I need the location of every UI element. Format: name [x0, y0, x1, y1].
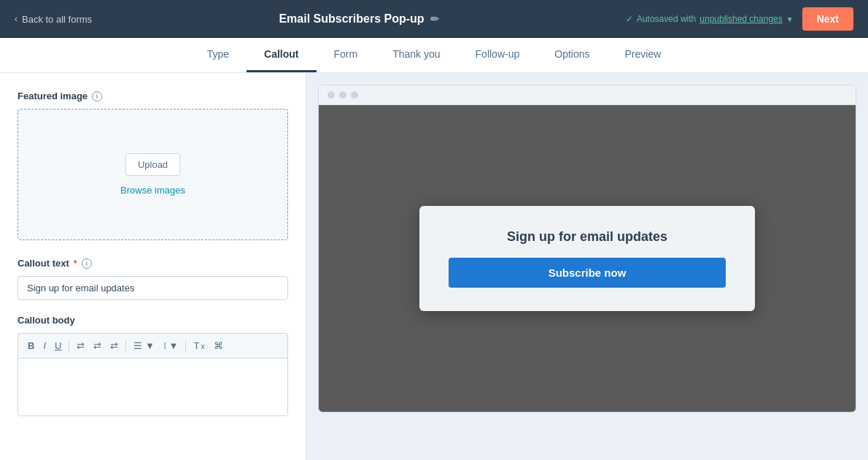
next-button[interactable]: Next: [802, 7, 853, 31]
align-right-button[interactable]: ⇄: [106, 338, 122, 353]
form-title: Email Subscribers Pop-up: [279, 12, 424, 26]
italic-button[interactable]: I: [39, 338, 50, 353]
callout-body-section: Callout body B I U ⇄ ⇄ ⇄ ☰ ▼ ⁞ ▼ Tx ⌘: [18, 315, 288, 416]
underline-button[interactable]: U: [51, 338, 65, 353]
header-right: ✓ Autosaved with unpublished changes ▼ N…: [626, 7, 853, 31]
featured-image-label: Featured image i: [18, 91, 288, 101]
tab-callout[interactable]: Callout: [247, 38, 316, 72]
tab-thank-you[interactable]: Thank you: [375, 38, 457, 72]
bold-button[interactable]: B: [24, 338, 38, 353]
tab-follow-up[interactable]: Follow-up: [458, 38, 538, 72]
browse-images-link[interactable]: Browse images: [120, 185, 185, 196]
subscribe-button[interactable]: Subscribe now: [449, 258, 726, 288]
toolbar-divider-2: [125, 340, 126, 352]
autosaved-status: ✓ Autosaved with unpublished changes ▼: [626, 14, 794, 24]
image-upload-area[interactable]: Upload Browse images: [18, 109, 288, 240]
header: ‹ Back to all forms Email Subscribers Po…: [0, 0, 868, 38]
unpublished-changes-link[interactable]: unpublished changes: [700, 14, 782, 24]
featured-image-info-icon[interactable]: i: [92, 91, 102, 101]
indent-button[interactable]: ⁞ ▼: [160, 338, 182, 353]
popup-title: Sign up for email updates: [507, 229, 667, 245]
tab-type[interactable]: Type: [190, 38, 247, 72]
browser-mock: Sign up for email updates Subscribe now: [318, 85, 856, 413]
callout-text-section: Callout text * i: [18, 258, 288, 300]
list-button[interactable]: ☰ ▼: [130, 338, 158, 353]
body-toolbar: B I U ⇄ ⇄ ⇄ ☰ ▼ ⁞ ▼ Tx ⌘: [18, 333, 288, 358]
tab-options[interactable]: Options: [537, 38, 607, 72]
upload-button[interactable]: Upload: [125, 153, 180, 176]
autosaved-dropdown-icon[interactable]: ▼: [786, 15, 794, 23]
nav-tabs: Type Callout Form Thank you Follow-up Op…: [0, 38, 868, 73]
form-title-area: Email Subscribers Pop-up ✏: [279, 12, 438, 26]
align-left-button[interactable]: ⇄: [73, 338, 88, 353]
callout-text-info-icon[interactable]: i: [82, 258, 92, 269]
browser-dot-1: [328, 91, 335, 99]
callout-body-label: Callout body: [18, 315, 288, 326]
body-editor[interactable]: [18, 358, 288, 416]
tab-form[interactable]: Form: [317, 38, 376, 72]
clear-format-button[interactable]: Tx: [190, 338, 208, 353]
left-panel: Featured image i Upload Browse images Ca…: [0, 73, 306, 460]
back-chevron-icon: ‹: [15, 14, 18, 24]
check-icon: ✓: [626, 14, 633, 24]
browser-dot-2: [339, 91, 346, 99]
toolbar-divider-1: [69, 340, 69, 352]
browser-bar: [319, 85, 856, 105]
browser-content: Sign up for email updates Subscribe now: [319, 105, 856, 412]
required-asterisk: *: [74, 258, 77, 269]
insert-button[interactable]: ⌘: [210, 338, 227, 353]
callout-text-label: Callout text * i: [18, 258, 288, 269]
autosaved-text: Autosaved with: [637, 14, 696, 24]
align-center-button[interactable]: ⇄: [90, 338, 105, 353]
browser-dot-3: [351, 91, 358, 99]
callout-text-input[interactable]: [18, 276, 288, 300]
main-area: Featured image i Upload Browse images Ca…: [0, 73, 868, 460]
back-label: Back to all forms: [22, 14, 92, 25]
toolbar-divider-3: [185, 340, 186, 352]
back-button[interactable]: ‹ Back to all forms: [15, 14, 92, 25]
popup-card: Sign up for email updates Subscribe now: [419, 206, 755, 311]
right-panel: Sign up for email updates Subscribe now: [306, 73, 868, 460]
tab-preview[interactable]: Preview: [608, 38, 679, 72]
edit-icon[interactable]: ✏: [430, 13, 439, 25]
